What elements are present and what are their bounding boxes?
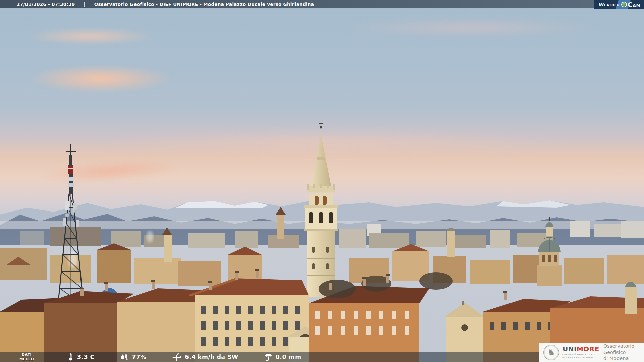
umbrella-icon [264,353,273,361]
rain-reading: 0.0 mm [264,353,301,361]
webcam-frame: 27/01/2026 - 07:30:39 | Osservatorio Geo… [0,0,644,362]
modena-cityscape [0,0,644,362]
weathercam-cam-label: Cam [628,1,641,8]
unimore-more-text: MORE [577,345,599,353]
thermometer-icon [67,353,74,361]
temperature-reading: 3.3 C [67,353,95,361]
webcam-lens-icon [621,2,627,7]
page-title: Osservatorio Geofisico - DIEF UNIMORE - … [94,2,314,7]
temperature-value: 3.3 C [77,354,95,360]
weathercam-weather-label: Weather [599,2,620,7]
unimore-subtitle: UNIVERSITÀ DEGLI STUDI DI MODENA E REGGI… [562,353,599,359]
ghirlandina-tower [304,123,338,297]
dati-meteo-label: DATI METEO [19,353,34,361]
humidity-value: 77% [132,354,146,360]
separator: | [84,2,85,7]
timestamp: 27/01/2026 - 07:30:39 [17,2,75,7]
unimore-wordmark: UNIMORE UNIVERSITÀ DEGLI STUDI DI MODENA… [562,346,599,359]
weathercam-logo[interactable]: Weather Cam [594,0,644,9]
rain-value: 0.0 mm [276,354,301,360]
observatory-name: Osservatorio Geofisico di Modena [603,343,641,362]
unimore-logo[interactable]: ♞ UNIMORE UNIVERSITÀ DEGLI STUDI DI MODE… [539,343,644,362]
weathervane-icon [172,353,182,361]
wind-value: 6.4 km/h da SW [185,354,238,360]
humidity-reading: 77% [120,353,146,361]
unimore-seal: ♞ [543,345,559,360]
unimore-uni-text: UNI [562,345,577,353]
top-overlay-bar: 27/01/2026 - 07:30:39 | Osservatorio Geo… [0,0,644,8]
wind-reading: 6.4 km/h da SW [172,353,238,361]
humidity-icon [120,353,129,361]
